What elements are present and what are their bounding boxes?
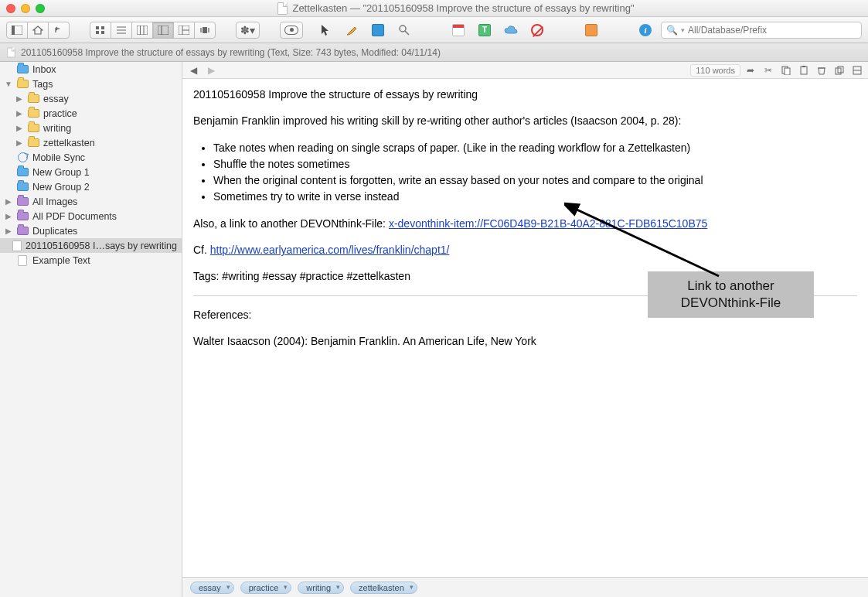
- no-entry-icon[interactable]: [526, 22, 548, 39]
- tag-button[interactable]: [849, 63, 865, 77]
- duplicate-button[interactable]: [832, 63, 847, 77]
- view-columns-button[interactable]: [131, 22, 153, 39]
- tag-bar[interactable]: essaypracticewritingzettelkasten: [182, 577, 868, 597]
- folder-icon: [27, 108, 39, 119]
- svg-rect-19: [208, 28, 209, 32]
- up-button[interactable]: [48, 22, 70, 39]
- devonthink-link[interactable]: x-devonthink-item://FC06D4B9-B21B-40A2-8…: [389, 217, 707, 230]
- view-icons-button[interactable]: [90, 22, 111, 39]
- cf-line: Cf. http://www.earlyamerica.com/lives/fr…: [193, 242, 857, 258]
- devon-link-line: Also, a link to another DEVONthink-File:…: [193, 216, 857, 231]
- folder-icon: [16, 64, 29, 75]
- nav-forward-button[interactable]: ▶: [203, 63, 219, 77]
- sidebar-item[interactable]: ▶writing: [0, 121, 182, 135]
- tag-pill[interactable]: essay: [190, 582, 234, 594]
- delete-button[interactable]: [814, 63, 829, 77]
- bullet-item: Take notes when reading on single scraps…: [213, 140, 857, 155]
- search-input[interactable]: [688, 25, 856, 36]
- sidebar-item[interactable]: ▶All PDF Documents: [0, 209, 182, 223]
- view-three-pane-button[interactable]: [173, 22, 195, 39]
- close-window-button[interactable]: [6, 4, 15, 13]
- home-button[interactable]: [27, 22, 49, 39]
- folder-icon: [16, 182, 29, 193]
- view-list-button[interactable]: [111, 22, 132, 39]
- sidebar-item[interactable]: New Group 2: [0, 179, 182, 194]
- smart-folder-icon: [16, 211, 29, 222]
- highlight-tool-icon[interactable]: [341, 22, 363, 39]
- doc-bullets: Take notes when reading on single scraps…: [213, 140, 857, 205]
- svg-rect-23: [785, 68, 790, 75]
- disclosure-triangle-icon[interactable]: ▶: [5, 197, 12, 206]
- gear-icon: ✽▾: [240, 24, 255, 36]
- link-intro-text: Also, a link to another DEVONthink-File:: [193, 217, 389, 230]
- folder-icon: [16, 79, 29, 90]
- zoom-window-button[interactable]: [36, 4, 45, 13]
- tag-pill[interactable]: writing: [298, 582, 344, 594]
- bullet-item: Shuffle the notes sometimes: [213, 156, 857, 172]
- sidebar-item[interactable]: 201105160958 I…says by rewriting: [0, 238, 182, 253]
- divider: [193, 295, 857, 296]
- cursor-tool-icon[interactable]: [315, 22, 336, 39]
- sidebar-item[interactable]: ▶practice: [0, 106, 182, 121]
- external-link[interactable]: http://www.earlyamerica.com/lives/frankl…: [210, 244, 450, 256]
- search-tool-icon[interactable]: [393, 22, 415, 39]
- disclosure-triangle-icon[interactable]: ▶: [5, 212, 12, 220]
- disclosure-triangle-icon[interactable]: ▶: [15, 138, 23, 147]
- sidebar-item[interactable]: ▶Duplicates: [0, 223, 182, 238]
- blue-tool-icon[interactable]: [367, 22, 389, 39]
- svg-rect-1: [12, 26, 15, 35]
- path-text: 201105160958 Improve the structure of es…: [21, 47, 441, 58]
- disclosure-triangle-icon[interactable]: ▼: [5, 80, 12, 88]
- sidebar-item-label: writing: [43, 123, 71, 134]
- tag-pill[interactable]: practice: [240, 582, 292, 594]
- disclosure-triangle-icon[interactable]: ▶: [15, 124, 23, 132]
- sidebar-item[interactable]: Mobile Sync: [0, 150, 182, 165]
- disclosure-triangle-icon[interactable]: ▶: [15, 109, 23, 118]
- view-mode-group: [90, 22, 216, 39]
- sidebar-item[interactable]: Example Text: [0, 253, 182, 268]
- view-coverflow-button[interactable]: [194, 22, 216, 39]
- copy-button[interactable]: [778, 63, 794, 77]
- disclosure-triangle-icon[interactable]: ▶: [5, 227, 12, 235]
- disclosure-triangle-icon[interactable]: ▶: [15, 94, 23, 103]
- sidebar-item[interactable]: ▶zettelkasten: [0, 135, 182, 150]
- info-button[interactable]: i: [635, 22, 656, 39]
- feed-icon[interactable]: [580, 22, 602, 39]
- svg-rect-4: [96, 31, 99, 34]
- word-count: 110 words: [690, 64, 740, 77]
- tag-pill[interactable]: zettelkasten: [350, 582, 417, 594]
- minimize-window-button[interactable]: [21, 4, 30, 13]
- cut-button[interactable]: ✂: [761, 63, 776, 77]
- calendar-icon[interactable]: [448, 22, 469, 39]
- sidebar-toggle-button[interactable]: [6, 22, 28, 39]
- quicklook-button[interactable]: [280, 22, 303, 39]
- sidebar-item[interactable]: ▼Tags: [0, 77, 182, 91]
- svg-rect-3: [101, 26, 104, 29]
- view-split-button[interactable]: [152, 22, 174, 39]
- search-field[interactable]: 🔍 ▾: [661, 22, 862, 39]
- sidebar-item-label: All PDF Documents: [32, 211, 117, 222]
- doc-intro: Benjamin Franklin improved his writing s…: [193, 113, 857, 128]
- document-icon: [12, 241, 22, 251]
- path-bar: 201105160958 Improve the structure of es…: [0, 43, 868, 62]
- sidebar-item-label: Duplicates: [32, 226, 77, 237]
- sidebar-item-label: Inbox: [32, 64, 56, 75]
- sidebar-item[interactable]: Inbox: [0, 62, 182, 77]
- template-icon[interactable]: [474, 22, 495, 39]
- window-titlebar: Zettelkasten — "201105160958 Improve the…: [0, 0, 868, 17]
- paste-button[interactable]: [796, 63, 812, 77]
- svg-rect-12: [158, 26, 168, 35]
- sidebar[interactable]: Inbox▼Tags▶essay▶practice▶writing▶zettel…: [0, 62, 182, 597]
- smart-folder-icon: [16, 226, 29, 237]
- action-menu-button[interactable]: ✽▾: [236, 22, 260, 39]
- nav-back-button[interactable]: ◀: [186, 63, 201, 77]
- cloud-icon[interactable]: [500, 22, 522, 39]
- share-button[interactable]: ➦: [743, 63, 758, 77]
- search-scope-chevron-icon[interactable]: ▾: [681, 26, 685, 34]
- sidebar-item[interactable]: New Group 1: [0, 165, 182, 179]
- sidebar-item[interactable]: ▶essay: [0, 91, 182, 106]
- sidebar-item[interactable]: ▶All Images: [0, 194, 182, 209]
- document-body[interactable]: 201105160958 Improve the structure of es…: [182, 79, 868, 577]
- traffic-lights: [6, 4, 45, 13]
- bullet-item: Sometimes try to write in verse instead: [213, 189, 857, 204]
